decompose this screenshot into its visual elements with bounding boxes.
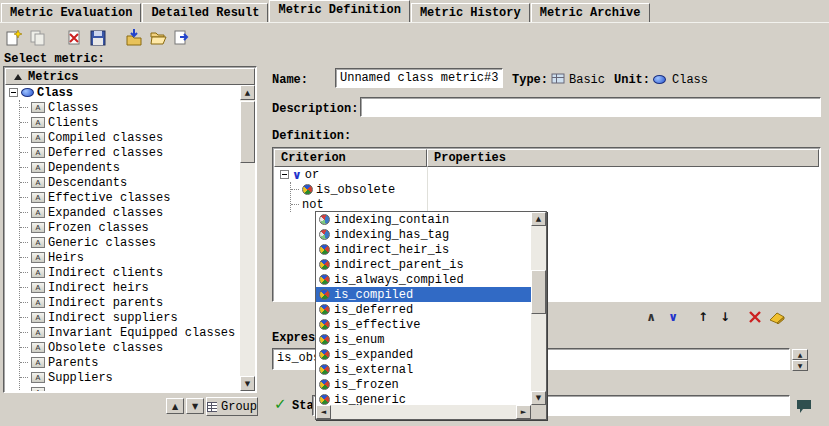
criterion-row-not[interactable]: not — [291, 197, 819, 212]
tree-item-clipped[interactable] — [20, 385, 240, 391]
copy-metric-button[interactable] — [26, 26, 50, 50]
dropdown-item-indexing-contain[interactable]: indexing_contain — [316, 212, 531, 227]
tab-metric-history[interactable]: Metric History — [411, 3, 530, 22]
tree-item-frozen-classes[interactable]: Frozen classes — [20, 220, 240, 235]
clear-definition-icon[interactable] — [766, 308, 788, 326]
dropdown-item-is-enum[interactable]: is_enum — [316, 332, 531, 347]
move-up-icon[interactable]: ↑ — [692, 308, 714, 326]
criterion-icon — [319, 274, 330, 285]
dropdown-item-is-effective[interactable]: is_effective — [316, 317, 531, 332]
move-metric-down-button[interactable]: ▼ — [186, 398, 204, 414]
scroll-up-icon[interactable]: ▲ — [240, 85, 255, 100]
tree-item-descendants[interactable]: Descendants — [20, 175, 240, 190]
scroll-down-icon[interactable]: ▼ — [531, 391, 546, 405]
criterion-label: or — [305, 168, 319, 182]
criterion-column-header[interactable]: Criterion — [274, 149, 427, 167]
tree-item-invariant-equipped-classes[interactable]: Invariant Equipped classes — [20, 325, 240, 340]
new-metric-button[interactable] — [2, 26, 26, 50]
tree-item-label: Deferred classes — [48, 146, 163, 160]
export-metrics-button[interactable] — [170, 26, 194, 50]
tree-item-compiled-classes[interactable]: Compiled classes — [20, 130, 240, 145]
collapse-icon[interactable] — [9, 88, 18, 97]
metric-icon — [31, 312, 45, 323]
tree-root-class[interactable]: Class — [5, 85, 240, 100]
dropdown-item-indexing-has-tag[interactable]: indexing_has_tag — [316, 227, 531, 242]
delete-metric-button[interactable] — [62, 26, 86, 50]
tree-item-obsolete-classes[interactable]: Obsolete classes — [20, 340, 240, 355]
open-metrics-button[interactable] — [146, 26, 170, 50]
scroll-up-icon[interactable]: ▲ — [792, 349, 808, 360]
dropdown-item-is-deferred[interactable]: is_deferred — [316, 302, 531, 317]
tree-column-header[interactable]: Metrics — [5, 68, 255, 85]
dropdown-item-is-generic[interactable]: is_generic — [316, 392, 531, 405]
tree-item-clients[interactable]: Clients — [20, 115, 240, 130]
dropdown-item-is-always-compiled[interactable]: is_always_compiled — [316, 272, 531, 287]
collapse-icon[interactable] — [280, 170, 289, 179]
metric-icon — [31, 222, 45, 233]
metric-icon — [31, 147, 45, 158]
criterion-icon — [319, 319, 330, 330]
dropdown-item-selected-is-compiled[interactable]: is_compiled — [316, 287, 531, 302]
scroll-up-icon[interactable]: ▲ — [531, 212, 546, 226]
move-metric-up-button[interactable]: ▲ — [166, 398, 184, 414]
scroll-down-icon[interactable]: ▼ — [240, 376, 255, 391]
red-x-icon — [748, 310, 762, 324]
unit-value: Class — [672, 73, 708, 87]
scroll-down-icon[interactable]: ▼ — [792, 360, 808, 371]
dropdown-vertical-scrollbar[interactable]: ▲ ▼ — [531, 212, 546, 405]
tree-item-expanded-classes[interactable]: Expanded classes — [20, 205, 240, 220]
tree-item-deferred-classes[interactable]: Deferred classes — [20, 145, 240, 160]
dropdown-item-is-frozen[interactable]: is_frozen — [316, 377, 531, 392]
status-ok-check-icon: ✓ — [274, 395, 287, 413]
description-input[interactable] — [360, 97, 821, 117]
comment-button[interactable] — [794, 397, 814, 415]
metric-icon — [31, 132, 45, 143]
save-metric-button[interactable] — [86, 26, 110, 50]
tab-metric-archive[interactable]: Metric Archive — [531, 3, 650, 22]
dropdown-scrollbar-thumb[interactable] — [531, 270, 546, 314]
or-criterion-icon[interactable]: ∨ — [662, 308, 684, 326]
or-criterion-icon — [292, 168, 302, 182]
tree-item-indirect-suppliers[interactable]: Indirect suppliers — [20, 310, 240, 325]
tree-item-effective-classes[interactable]: Effective classes — [20, 190, 240, 205]
tree-item-generic-classes[interactable]: Generic classes — [20, 235, 240, 250]
tree-item-label: Invariant Equipped classes — [48, 326, 235, 340]
import-metrics-button[interactable] — [122, 26, 146, 50]
tab-metric-evaluation[interactable]: Metric Evaluation — [1, 3, 141, 22]
criterion-row-is-obsolete[interactable]: is_obsolete — [291, 182, 819, 197]
move-down-icon[interactable]: ↓ — [714, 308, 736, 326]
metric-tree-panel: Metrics Class Classes Clients Compiled c… — [3, 66, 257, 393]
tree-item-heirs[interactable]: Heirs — [20, 250, 240, 265]
scroll-right-icon[interactable]: ► — [516, 405, 531, 419]
properties-column-header[interactable]: Properties — [427, 149, 819, 167]
tab-metric-definition[interactable]: Metric Definition — [269, 0, 409, 22]
tree-header-label: Metrics — [28, 70, 78, 84]
tree-item-parents[interactable]: Parents — [20, 355, 240, 370]
dropdown-horizontal-scrollbar[interactable]: ◄ ► — [316, 405, 531, 419]
tree-item-suppliers[interactable]: Suppliers — [20, 370, 240, 385]
tab-detailed-result[interactable]: Detailed Result — [142, 3, 268, 22]
tree-scrollbar-thumb[interactable] — [240, 101, 255, 163]
criterion-icon — [319, 334, 330, 345]
delete-criterion-icon[interactable] — [744, 308, 766, 326]
tree-item-classes[interactable]: Classes — [20, 100, 240, 115]
tree-item-dependents[interactable]: Dependents — [20, 160, 240, 175]
dropdown-item-is-external[interactable]: is_external — [316, 362, 531, 377]
tree-item-indirect-clients[interactable]: Indirect clients — [20, 265, 240, 280]
group-toggle-button[interactable]: Group — [206, 397, 258, 416]
and-criterion-icon[interactable]: ∧ — [640, 308, 662, 326]
dropdown-item-indirect-heir-is[interactable]: indirect_heir_is — [316, 242, 531, 257]
criterion-dropdown: indexing_contain indexing_has_tag indire… — [315, 211, 547, 420]
criterion-icon — [319, 229, 330, 240]
name-input[interactable]: Unnamed class metric#3 — [335, 68, 503, 88]
criterion-icon — [319, 289, 330, 300]
tree-item-indirect-heirs[interactable]: Indirect heirs — [20, 280, 240, 295]
tree-item-indirect-parents[interactable]: Indirect parents — [20, 295, 240, 310]
scroll-left-icon[interactable]: ◄ — [316, 405, 331, 419]
criterion-row-or[interactable]: or — [274, 167, 819, 182]
dropdown-item-is-expanded[interactable]: is_expanded — [316, 347, 531, 362]
dropdown-item-label: is_enum — [334, 333, 384, 347]
dropdown-item-label: is_generic — [334, 393, 406, 406]
tree-scrollbar[interactable]: ▲ ▼ — [240, 85, 255, 391]
dropdown-item-indirect-parent-is[interactable]: indirect_parent_is — [316, 257, 531, 272]
